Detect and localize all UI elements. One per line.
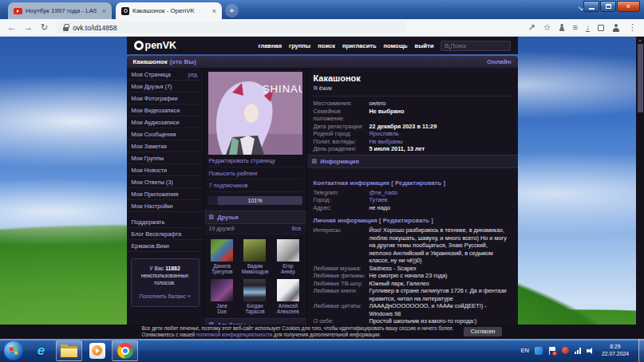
nav-logout[interactable]: выйти xyxy=(415,42,434,49)
address-bar[interactable]: ovk.to/id14858 xyxy=(56,22,407,33)
contact-edit-link[interactable]: [ Редактировать ] xyxy=(391,179,445,187)
sidebar-item-donate[interactable]: Поддержать xyxy=(127,216,203,228)
subscribers-link[interactable]: 7 подписчиков xyxy=(208,179,302,192)
minimize-button[interactable] xyxy=(583,1,599,12)
taskbar-clock[interactable]: 8:29 22.07.2024 xyxy=(598,344,633,357)
action-center-flag-icon[interactable]: × xyxy=(548,347,556,355)
friend-avatar[interactable] xyxy=(277,239,299,262)
friend-card[interactable]: ВадимМимоходов xyxy=(239,239,271,275)
new-tab-button[interactable]: + xyxy=(225,4,239,18)
telegram-link[interactable]: @ne_nado xyxy=(369,189,512,197)
volume-icon[interactable] xyxy=(587,348,592,354)
friend-card[interactable]: ЕгорАнхер xyxy=(272,239,303,275)
side-panel-icon[interactable] xyxy=(598,25,604,31)
tab-youtube[interactable]: Ноутбук 1997 года - LASER RET × xyxy=(8,2,112,19)
sidebar-item-notes[interactable]: Мои Заметки xyxy=(127,140,203,152)
divider xyxy=(314,96,512,96)
screen: Ноутбук 1997 года - LASER RET × Какашоно… xyxy=(0,0,644,362)
sidebar-item-apps[interactable]: Мои Приложения xyxy=(127,188,203,200)
friend-card[interactable]: ДанилаТрегулов xyxy=(207,239,238,275)
profile-row: Дата регистрации:22 декабря 2023 в 11:29 xyxy=(314,123,512,131)
tab-close-icon[interactable]: × xyxy=(210,7,216,15)
politics-link[interactable]: Не выбраны xyxy=(369,138,512,146)
reload-icon[interactable]: ↻ xyxy=(41,23,48,32)
back-icon[interactable]: ← xyxy=(7,23,16,32)
tray-security-icon[interactable] xyxy=(562,347,569,354)
edit-link[interactable]: ред. xyxy=(188,72,199,77)
city-link[interactable]: Тутаев xyxy=(369,196,512,204)
sidebar-item-videos[interactable]: Мои Видеозаписи xyxy=(127,104,203,116)
scrollbar-up-icon[interactable] xyxy=(636,37,644,43)
tab-openvk[interactable]: Какашонок - OpenVK × xyxy=(116,2,222,19)
downloads-icon[interactable]: ↓ xyxy=(586,24,590,32)
taskbar-wmp-button[interactable] xyxy=(84,340,110,361)
share-icon[interactable]: ↗ xyxy=(527,23,535,32)
edit-page-link[interactable]: Редактировать страницу xyxy=(208,155,302,167)
language-indicator[interactable]: EN xyxy=(521,347,529,354)
sidebar-item-news[interactable]: Мои Новости xyxy=(127,164,203,176)
sidebar-item-replies[interactable]: Мои Ответы (3) xyxy=(127,176,203,188)
site-header: penVK главная группы поиск пригласить по… xyxy=(127,37,518,54)
extension-flask-icon[interactable] xyxy=(559,24,565,31)
browser-toolbar: ← → ↻ ovk.to/id14858 ↗ ☆ ≡ ↓ ⋮ xyxy=(0,19,644,37)
site-search-box[interactable] xyxy=(441,41,511,51)
friend-avatar[interactable] xyxy=(243,239,266,262)
sidebar-item-wiki[interactable]: Ермаков.Вики xyxy=(127,240,203,252)
taskbar-ie-button[interactable]: e xyxy=(28,340,54,361)
friends-title: Друзья xyxy=(217,214,239,221)
sidebar-item-friends[interactable]: Мои Друзья (7) xyxy=(127,81,203,92)
taskbar: e EN × 8:29 22.07.2024 xyxy=(0,339,644,362)
network-icon[interactable] xyxy=(575,348,581,354)
close-button[interactable]: × xyxy=(617,1,640,12)
nav-search[interactable]: поиск xyxy=(318,42,335,49)
sidebar-item-my-page[interactable]: Моя Страницаред. xyxy=(127,69,203,81)
forward-icon[interactable]: → xyxy=(24,23,33,32)
tab-strip: Ноутбук 1997 года - LASER RET × Какашоно… xyxy=(8,2,239,19)
profile-topbar-you[interactable]: (это Вы) xyxy=(170,58,196,65)
openvk-logo[interactable]: penVK xyxy=(134,40,177,51)
personal-edit-link[interactable]: [ Редактировать ] xyxy=(379,217,433,224)
profile-row: Местоимения:он/его xyxy=(314,100,512,108)
tab-close-icon[interactable]: × xyxy=(100,7,106,15)
boost-rating-link[interactable]: Повысить рейтинг xyxy=(208,167,302,180)
tray-app-icon[interactable] xyxy=(535,347,543,355)
personal-row: Любимая музыка:Sadness - Scapex xyxy=(314,265,512,273)
sidebar-item-audios[interactable]: Мои Аудиозаписи xyxy=(127,116,203,128)
balance-line1: У Вас 11882 xyxy=(135,265,196,272)
show-desktop-button[interactable] xyxy=(638,339,644,362)
profile-avatar-icon[interactable] xyxy=(612,24,620,32)
start-button[interactable] xyxy=(4,341,23,360)
friend-card[interactable]: JaneDoe xyxy=(207,279,238,315)
friend-avatar[interactable] xyxy=(211,279,233,301)
friend-card[interactable]: АлексейАлексеев xyxy=(272,279,303,315)
nav-help[interactable]: помощь xyxy=(384,42,408,49)
friends-all-link[interactable]: Все xyxy=(291,226,301,231)
friend-card[interactable]: БогданТарасов xyxy=(239,279,271,315)
cookie-accept-button[interactable]: Согласен xyxy=(464,327,503,336)
privacy-policy-link[interactable]: политикой конфиденциальности xyxy=(196,332,272,337)
hometown-link[interactable]: Ярославль xyxy=(369,130,512,138)
sidebar-item-settings[interactable]: Мои Настройки xyxy=(127,200,203,212)
bookmark-star-icon[interactable]: ☆ xyxy=(543,23,551,32)
nav-invite[interactable]: пригласить xyxy=(342,42,377,49)
reading-list-icon[interactable]: ≡ xyxy=(573,23,578,32)
toolbar-actions: ↗ ☆ ≡ ↓ ⋮ xyxy=(527,23,637,32)
sidebar-item-messages[interactable]: Мои Сообщения xyxy=(127,128,203,140)
scrollbar-thumb[interactable] xyxy=(638,44,643,112)
topup-balance-link[interactable]: Пополнить баланс » xyxy=(135,293,196,300)
friend-avatar[interactable] xyxy=(243,279,266,301)
sidebar-item-blog[interactable]: Блог Веселкрафта xyxy=(127,228,203,240)
menu-kebab-icon[interactable]: ⋮ xyxy=(628,23,637,32)
taskbar-chrome-button[interactable] xyxy=(112,340,138,361)
sidebar-item-groups[interactable]: Мои Группы xyxy=(127,152,203,164)
friend-avatar[interactable] xyxy=(277,279,299,301)
friend-avatar[interactable] xyxy=(211,239,233,262)
nav-groups[interactable]: группы xyxy=(289,42,310,49)
taskbar-explorer-button[interactable] xyxy=(56,340,82,361)
maximize-button[interactable] xyxy=(600,1,616,12)
profile-avatar-image[interactable]: SHINAU xyxy=(208,72,302,155)
sidebar-item-photos[interactable]: Мои Фотографии xyxy=(127,92,203,104)
page-scrollbar[interactable] xyxy=(636,37,644,339)
nav-home[interactable]: главная xyxy=(258,42,282,49)
search-input[interactable] xyxy=(451,43,507,49)
